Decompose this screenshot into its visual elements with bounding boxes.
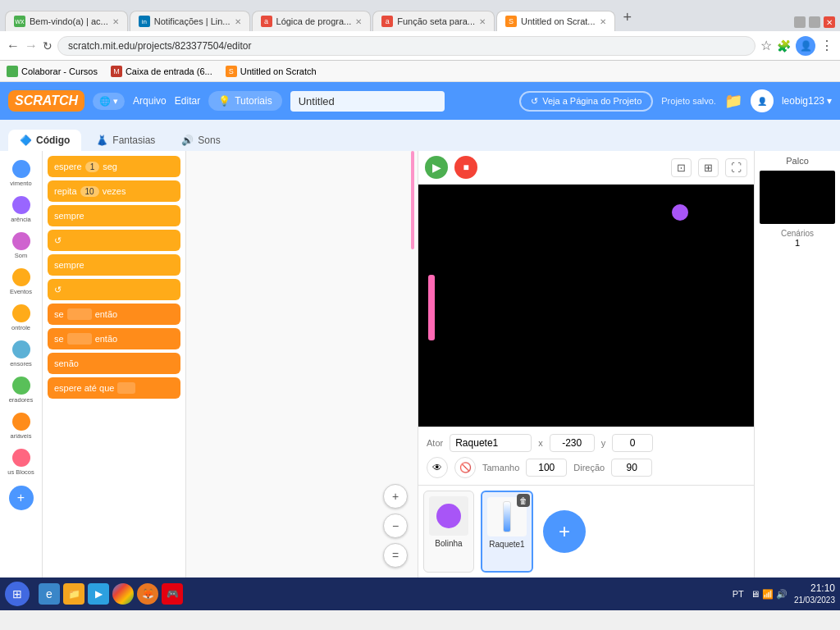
username-button[interactable]: leobig123 ▾ bbox=[782, 95, 832, 107]
taskbar-nintendo-icon[interactable]: 🎮 bbox=[162, 583, 183, 605]
bookmark-bar: Colaborar - Cursos M Caixa de entrada (6… bbox=[0, 61, 840, 82]
tab-label-4: Função seta para... bbox=[397, 16, 475, 26]
sprite-x-input[interactable] bbox=[550, 434, 595, 452]
stage-normal-btn[interactable]: ⊞ bbox=[698, 158, 719, 177]
bookmark-scratch[interactable]: S Untitled on Scratch bbox=[226, 66, 317, 77]
category-sensores[interactable]: ensores bbox=[2, 338, 40, 370]
tab-5[interactable]: S Untitled on Scrat... ✕ bbox=[496, 11, 615, 31]
block-senao[interactable]: senão bbox=[48, 353, 180, 374]
direcao-input[interactable] bbox=[611, 459, 652, 477]
tab-4[interactable]: a Função seta para... ✕ bbox=[372, 11, 495, 31]
taskbar-lang: PT bbox=[733, 589, 744, 599]
extensions-button[interactable]: 🧩 bbox=[777, 39, 791, 52]
tab-favicon-3: a bbox=[261, 16, 272, 27]
address-input[interactable] bbox=[57, 36, 756, 56]
category-aparencia[interactable]: arência bbox=[2, 194, 40, 226]
taskbar-firefox-icon[interactable]: 🦊 bbox=[137, 583, 158, 605]
eventos-dot bbox=[12, 268, 30, 286]
bookmark-button[interactable]: ☆ bbox=[760, 38, 772, 53]
stage-small-btn[interactable]: ⊡ bbox=[671, 158, 692, 177]
stage-fullscreen-btn[interactable]: ⛶ bbox=[725, 158, 747, 177]
sprite-y-input[interactable] bbox=[612, 434, 653, 452]
zoom-in-button[interactable]: + bbox=[383, 484, 408, 509]
tab-close-1[interactable]: ✕ bbox=[112, 17, 119, 26]
sprite-info: Ator x y 👁 🚫 Tamanho Direção bbox=[418, 427, 754, 485]
language-button[interactable]: 🌐 ▾ bbox=[93, 93, 125, 110]
tamanho-input[interactable] bbox=[526, 459, 567, 477]
taskbar-files-icon[interactable]: 📁 bbox=[63, 583, 84, 605]
tab-close-5[interactable]: ✕ bbox=[600, 17, 606, 26]
taskbar-media-icon[interactable]: ▶ bbox=[88, 583, 109, 605]
taskbar-chrome-icon[interactable] bbox=[112, 583, 134, 605]
back-button[interactable]: ← bbox=[7, 39, 20, 53]
palco-mini-stage[interactable] bbox=[760, 171, 835, 224]
category-eventos[interactable]: Eventos bbox=[2, 266, 40, 298]
stop-button[interactable]: ■ bbox=[454, 156, 477, 179]
sprite-thumb-bolinha[interactable]: Bolinha bbox=[423, 491, 474, 573]
minimize-button[interactable] bbox=[794, 16, 806, 28]
variaveis-label: ariáveis bbox=[11, 432, 32, 440]
add-sprite-button[interactable]: + bbox=[543, 510, 586, 553]
block-se-entao-1[interactable]: se então bbox=[48, 304, 180, 325]
tab-codigo[interactable]: 🔷 Código bbox=[8, 130, 81, 151]
taskbar-ie-icon[interactable]: e bbox=[39, 583, 60, 605]
category-controle[interactable]: ontrole bbox=[2, 302, 40, 334]
project-name-input[interactable] bbox=[290, 91, 445, 112]
category-variaveis[interactable]: ariáveis bbox=[2, 410, 40, 442]
block-se-entao-2[interactable]: se então bbox=[48, 328, 180, 349]
bolinha-circle bbox=[436, 504, 461, 528]
raquete1-delete[interactable]: 🗑 bbox=[517, 494, 530, 507]
block-espere[interactable]: espere 1 seg bbox=[48, 156, 180, 177]
tab-fantasias[interactable]: 👗 Fantasias bbox=[84, 130, 167, 151]
tab-favicon-4: a bbox=[381, 16, 393, 27]
reload-button[interactable]: ↻ bbox=[43, 39, 52, 52]
view-page-button[interactable]: ↺ Veja a Página do Projeto bbox=[519, 91, 653, 112]
tutoriais-button[interactable]: 💡 Tutoriais bbox=[208, 91, 282, 111]
add-extension-button[interactable]: + bbox=[9, 486, 34, 510]
category-som[interactable]: Som bbox=[2, 230, 40, 262]
close-button[interactable]: ✕ bbox=[824, 16, 835, 28]
show-sprite-btn[interactable]: 👁 bbox=[427, 457, 448, 478]
menu-button[interactable]: ⋮ bbox=[820, 38, 833, 53]
category-movimento[interactable]: vimento bbox=[2, 158, 40, 189]
tab-close-2[interactable]: ✕ bbox=[235, 17, 241, 26]
block-repita[interactable]: repita 10 vezes bbox=[48, 180, 180, 202]
block-espere-ate-que[interactable]: espere até que bbox=[48, 377, 180, 399]
category-meus-blocos[interactable]: us Blocos bbox=[2, 446, 40, 478]
folder-button[interactable]: 📁 bbox=[724, 92, 742, 110]
block-arrow-2[interactable]: ↺ bbox=[48, 279, 180, 300]
block-arrow-1[interactable]: ↺ bbox=[48, 230, 180, 251]
editar-menu[interactable]: Editar bbox=[175, 95, 200, 107]
tab-sons[interactable]: 🔊 Sons bbox=[170, 130, 231, 151]
scratch-logo[interactable]: SCRATCH bbox=[8, 90, 84, 112]
sensores-dot bbox=[12, 340, 30, 358]
green-flag-button[interactable]: ▶ bbox=[425, 156, 448, 179]
category-operadores[interactable]: eradores bbox=[2, 374, 40, 406]
view-page-label: Veja a Página do Projeto bbox=[542, 96, 641, 106]
block-sempre-1[interactable]: sempre bbox=[48, 205, 180, 226]
tab-3[interactable]: a Lógica de progra... ✕ bbox=[252, 11, 372, 31]
tab-2[interactable]: in Notificações | Lin... ✕ bbox=[130, 11, 250, 31]
block-sempre-2[interactable]: sempre bbox=[48, 254, 180, 276]
new-tab-button[interactable]: + bbox=[617, 6, 639, 30]
bookmark-colaborar[interactable]: Colaborar - Cursos bbox=[7, 66, 98, 77]
forward-button[interactable]: → bbox=[25, 39, 38, 53]
sprite-name-input[interactable] bbox=[450, 434, 532, 452]
tab-1[interactable]: wx Bem-vindo(a) | ac... ✕ bbox=[5, 11, 128, 31]
block-se-1-diamond bbox=[67, 308, 92, 320]
maximize-button[interactable] bbox=[809, 16, 820, 28]
zoom-reset-button[interactable]: = bbox=[383, 543, 408, 568]
tab-close-4[interactable]: ✕ bbox=[479, 17, 486, 26]
profile-button[interactable]: 👤 bbox=[796, 36, 815, 56]
meus-blocos-label: us Blocos bbox=[7, 468, 34, 476]
zoom-out-button[interactable]: − bbox=[383, 514, 408, 538]
hide-sprite-btn[interactable]: 🚫 bbox=[454, 457, 476, 478]
bookmark-inbox[interactable]: M Caixa de entrada (6... bbox=[111, 66, 212, 77]
sprite-thumb-raquete1[interactable]: 🗑 Raquete1 bbox=[481, 491, 533, 573]
tab-close-3[interactable]: ✕ bbox=[355, 17, 362, 26]
block-espere-value: 1 bbox=[85, 162, 100, 172]
taskbar: ⊞ e 📁 ▶ 🦊 🎮 PT 🖥 📶 🔊 21:10 21/03/2023 bbox=[0, 578, 840, 610]
arquivo-menu[interactable]: Arquivo bbox=[133, 95, 167, 107]
bookmark-inbox-label: Caixa de entrada (6... bbox=[126, 66, 212, 76]
start-button[interactable]: ⊞ bbox=[5, 582, 30, 606]
